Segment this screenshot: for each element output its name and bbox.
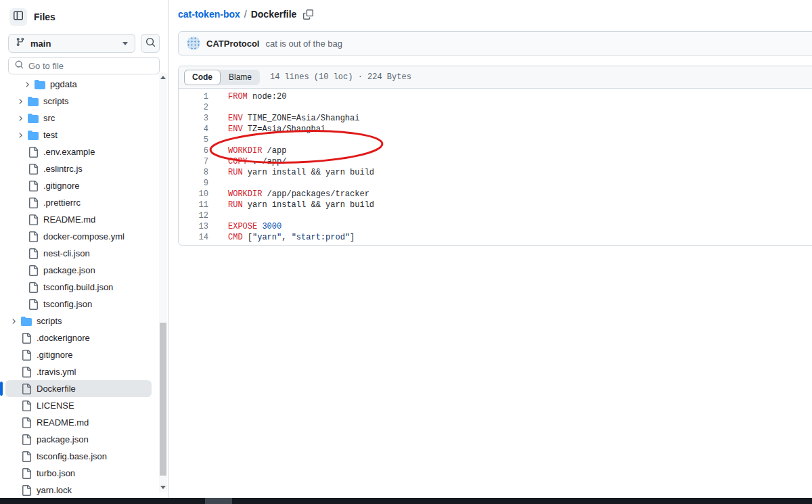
commit-message[interactable]: cat is out of the bag	[265, 39, 342, 49]
tree-item-label: tsconfig.base.json	[37, 451, 107, 461]
tree-item-.travis.yml[interactable]: .travis.yml	[5, 363, 152, 380]
tree-item-label: yarn.lock	[37, 485, 72, 495]
file-icon	[21, 485, 32, 496]
tree-item-label: src	[43, 113, 55, 123]
tree-item-yarn.lock[interactable]: yarn.lock	[5, 482, 152, 498]
line-number[interactable]: 7	[179, 156, 208, 167]
line-number[interactable]: 6	[179, 145, 208, 156]
code-line: 6WORKDIR /app	[179, 145, 812, 156]
tree-item-tsconfig.json[interactable]: tsconfig.json	[5, 296, 152, 313]
tree-item-src[interactable]: src	[5, 110, 152, 127]
branch-name: main	[30, 39, 117, 49]
tree-item-label: docker-compose.yml	[43, 231, 125, 242]
file-icon	[21, 367, 32, 377]
tree-item-.prettierrc[interactable]: .prettierrc	[5, 194, 152, 211]
tree-item-scripts[interactable]: scripts	[5, 93, 152, 110]
tree-item-turbo.json[interactable]: turbo.json	[5, 465, 152, 482]
line-number[interactable]: 13	[179, 221, 208, 232]
tree-item-.env.example[interactable]: .env.example	[5, 143, 152, 160]
tree-item-README.md[interactable]: README.md	[5, 414, 152, 431]
line-number[interactable]: 8	[179, 167, 208, 178]
tree-item-package.json[interactable]: package.json	[5, 431, 152, 448]
tree-item-pgdata[interactable]: pgdata	[5, 76, 152, 93]
collapse-sidebar-button[interactable]	[9, 8, 27, 26]
scroll-up-arrow[interactable]	[159, 73, 167, 82]
code-line: 1FROM node:20	[179, 91, 812, 102]
chevron-down-icon	[122, 42, 128, 45]
commit-author[interactable]: CATProtocol	[206, 39, 259, 49]
line-number[interactable]: 4	[179, 124, 208, 135]
line-number[interactable]: 9	[179, 178, 208, 189]
tree-item-tsconfig.base.json[interactable]: tsconfig.base.json	[5, 448, 152, 465]
tree-item-label: package.json	[43, 265, 95, 275]
code-line: 9	[179, 178, 812, 189]
repo-link[interactable]: cat-token-box	[178, 9, 240, 20]
file-icon	[21, 384, 32, 394]
horizontal-scrollbar-thumb[interactable]	[205, 498, 232, 504]
file-icon	[21, 333, 32, 344]
tree-item-label: pgdata	[50, 79, 77, 89]
file-icon	[28, 248, 39, 259]
breadcrumb: cat-token-box / Dockerfile	[168, 0, 812, 20]
copy-path-button[interactable]	[303, 9, 313, 20]
main-content: cat-token-box / Dockerfile CATProtocol c…	[168, 0, 812, 498]
tree-item-tsconfig.build.json[interactable]: tsconfig.build.json	[5, 279, 152, 296]
tree-item-label: .env.example	[43, 147, 95, 157]
branch-selector[interactable]: main	[8, 34, 135, 53]
tree-item-.gitignore[interactable]: .gitignore	[5, 177, 152, 194]
search-button[interactable]	[141, 34, 160, 53]
code-line: 3ENV TIME_ZONE=Asia/Shanghai	[179, 113, 812, 124]
line-content: ENV TIME_ZONE=Asia/Shanghai	[208, 113, 359, 124]
tree-item-label: LICENSE	[37, 400, 74, 411]
tree-item-Dockerfile[interactable]: Dockerfile	[5, 380, 152, 397]
line-number[interactable]: 14	[179, 232, 208, 243]
tree-item-scripts[interactable]: scripts	[5, 313, 152, 329]
sidebar-title: Files	[34, 12, 55, 22]
tree-item-docker-compose.yml[interactable]: docker-compose.yml	[5, 228, 152, 245]
tree-item-package.json[interactable]: package.json	[5, 262, 152, 279]
scrollbar-thumb[interactable]	[160, 323, 166, 476]
code-line: 12	[179, 210, 812, 221]
line-content: CMD ["yarn", "start:prod"]	[208, 232, 355, 243]
tree-item-README.md[interactable]: README.md	[5, 211, 152, 228]
chevron-right-icon[interactable]	[16, 131, 28, 139]
tree-item-.dockerignore[interactable]: .dockerignore	[5, 329, 152, 346]
line-number[interactable]: 1	[179, 91, 208, 102]
avatar	[187, 37, 200, 50]
tree-item-label: README.md	[43, 214, 95, 225]
line-number[interactable]: 5	[179, 135, 208, 145]
tab-code[interactable]: Code	[184, 70, 221, 85]
scroll-down-arrow[interactable]	[159, 483, 167, 492]
current-file-name: Dockerfile	[251, 9, 297, 20]
chevron-right-icon[interactable]	[16, 97, 28, 106]
latest-commit-bar[interactable]: CATProtocol cat is out of the bag	[178, 31, 812, 55]
file-icon	[28, 299, 39, 310]
sidebar-scrollbar	[159, 73, 167, 492]
tree-item-label: .dockerignore	[37, 333, 90, 343]
tree-item-LICENSE[interactable]: LICENSE	[5, 397, 152, 414]
code-line: 8RUN yarn install && yarn build	[179, 167, 812, 178]
search-icon	[145, 37, 156, 50]
tree-item-label: turbo.json	[37, 468, 75, 478]
chevron-right-icon[interactable]	[23, 81, 35, 89]
tree-item-.eslintrc.js[interactable]: .eslintrc.js	[5, 160, 152, 177]
tree-item-label: nest-cli.json	[43, 248, 90, 258]
tab-blame[interactable]: Blame	[221, 70, 260, 85]
line-number[interactable]: 10	[179, 189, 208, 200]
chevron-right-icon[interactable]	[9, 317, 21, 325]
file-meta: 14 lines (10 loc) · 224 Bytes	[270, 72, 411, 82]
chevron-right-icon[interactable]	[16, 114, 28, 122]
line-number[interactable]: 12	[179, 210, 208, 221]
file-icon	[28, 231, 39, 242]
go-to-file-input[interactable]	[28, 61, 153, 71]
tree-item-nest-cli.json[interactable]: nest-cli.json	[5, 245, 152, 262]
file-icon	[28, 164, 39, 175]
line-number[interactable]: 11	[179, 200, 208, 210]
tree-item-.gitignore[interactable]: .gitignore	[5, 346, 152, 363]
line-number[interactable]: 3	[179, 113, 208, 124]
panel-left-icon	[13, 10, 24, 24]
search-icon	[15, 60, 24, 72]
line-number[interactable]: 2	[179, 102, 208, 113]
tree-item-test[interactable]: test	[5, 127, 152, 143]
folder-icon	[35, 79, 45, 90]
